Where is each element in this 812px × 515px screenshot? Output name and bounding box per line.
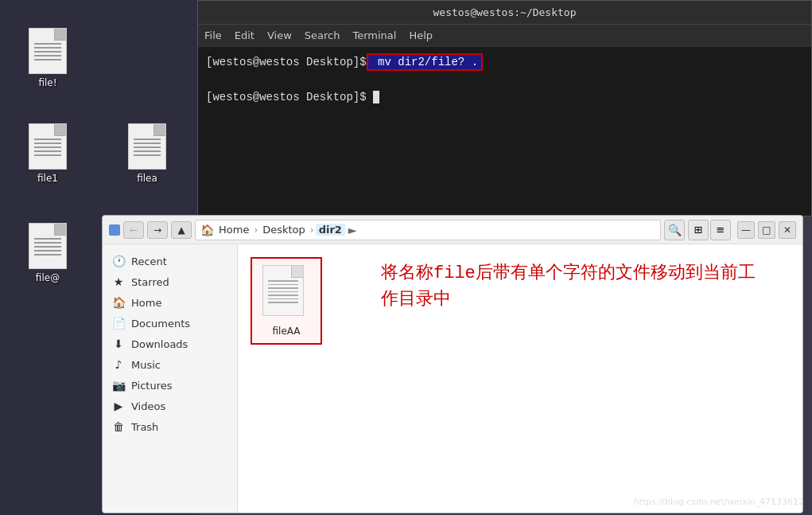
sidebar-label-trash: Trash xyxy=(131,421,158,433)
filea-label: filea xyxy=(137,173,157,184)
menu-help[interactable]: Help xyxy=(409,29,433,41)
sidebar-label-pictures: Pictures xyxy=(131,380,172,392)
fm-view-list[interactable]: ≡ xyxy=(710,220,731,240)
starred-icon: ★ xyxy=(112,275,125,288)
filea-icon xyxy=(128,123,166,170)
pictures-icon: 📷 xyxy=(112,379,125,392)
file-at-label: file@ xyxy=(36,272,60,283)
fm-close-button[interactable]: ✕ xyxy=(779,221,796,239)
sidebar-label-music: Music xyxy=(131,359,161,371)
videos-icon: ▶ xyxy=(112,400,125,412)
fm-bread-sep-1: › xyxy=(254,224,258,236)
fileAA-icon xyxy=(262,265,310,322)
desktop-icon-filea[interactable]: filea xyxy=(115,123,179,184)
desktop-icon-file-exclaim[interactable]: file! xyxy=(16,28,80,88)
file1-label: file1 xyxy=(37,173,58,184)
watermark: https://blog.csdn.net/weixin_47133612 xyxy=(633,497,804,507)
sidebar-label-downloads: Downloads xyxy=(131,338,188,350)
music-icon: ♪ xyxy=(112,358,125,371)
sidebar-label-recent: Recent xyxy=(131,256,167,267)
fm-view-buttons: ⊞ ≡ xyxy=(688,220,731,240)
terminal-cursor xyxy=(373,91,379,103)
fm-bread-home-icon: 🏠 xyxy=(200,224,214,236)
annotation-container: 将名称file后带有单个字符的文件移动到当前工作目录中 xyxy=(381,260,763,311)
terminal-menubar: File Edit View Search Terminal Help xyxy=(198,25,811,47)
fm-nav-back[interactable]: ← xyxy=(123,221,144,239)
sidebar-label-starred: Starred xyxy=(131,276,169,288)
menu-search[interactable]: Search xyxy=(305,29,340,41)
sidebar-label-documents: Documents xyxy=(131,318,190,330)
fm-nav-forward[interactable]: → xyxy=(147,221,168,239)
documents-icon: 📄 xyxy=(112,317,125,330)
fm-bread-sep-2: › xyxy=(310,224,314,236)
menu-edit[interactable]: Edit xyxy=(235,29,254,41)
fm-minimize-button[interactable]: — xyxy=(737,221,755,239)
terminal-prompt-1: [westos@westos Desktop]$ xyxy=(206,56,367,68)
file-exclaim-icon xyxy=(29,28,67,74)
terminal-line-1: [westos@westos Desktop]$ mv dir2/file? . xyxy=(206,53,803,71)
menu-terminal[interactable]: Terminal xyxy=(352,29,396,41)
terminal-cmd-1: mv dir2/file? . xyxy=(367,53,483,71)
fm-bread-home[interactable]: Home xyxy=(216,224,252,236)
file-at-icon xyxy=(29,223,67,269)
sidebar-item-trash[interactable]: 🗑 Trash xyxy=(103,416,237,437)
sidebar-item-recent[interactable]: 🕐 Recent xyxy=(103,251,237,271)
downloads-icon: ⬇ xyxy=(112,337,125,350)
terminal-title: westos@westos:~/Desktop xyxy=(433,6,576,18)
fm-body: 🕐 Recent ★ Starred 🏠 Home 📄 Documents ⬇ … xyxy=(103,244,802,513)
sidebar-item-downloads[interactable]: ⬇ Downloads xyxy=(103,334,237,354)
file-item-fileAA[interactable]: fileAA xyxy=(251,257,322,345)
terminal-body[interactable]: [westos@westos Desktop]$ mv dir2/file? .… xyxy=(198,47,811,112)
sidebar-item-starred[interactable]: ★ Starred xyxy=(103,271,237,292)
fm-toolbar: ← → ▲ 🏠 Home › Desktop › dir2 ► 🔍 ⊞ ≡ — … xyxy=(103,216,802,244)
sidebar-label-home: Home xyxy=(131,297,161,309)
fileAA-label: fileAA xyxy=(272,326,300,337)
fm-bread-dir2[interactable]: dir2 xyxy=(316,224,345,236)
terminal-window: westos@westos:~/Desktop File Edit View S… xyxy=(197,0,812,217)
desktop-icon-file-at[interactable]: file@ xyxy=(16,223,80,283)
terminal-prompt-2: [westos@westos Desktop]$ xyxy=(206,91,367,103)
trash-icon: 🗑 xyxy=(112,420,125,433)
fm-maximize-button[interactable]: □ xyxy=(758,221,775,239)
terminal-line-2: [westos@westos Desktop]$ xyxy=(206,88,803,106)
fm-bread-desktop[interactable]: Desktop xyxy=(259,224,309,236)
fm-view-grid[interactable]: ⊞ xyxy=(688,220,709,240)
menu-file[interactable]: File xyxy=(204,29,222,41)
file-exclaim-label: file! xyxy=(38,77,56,88)
terminal-titlebar: westos@westos:~/Desktop xyxy=(198,1,811,25)
file1-icon xyxy=(29,123,67,170)
recent-icon: 🕐 xyxy=(112,255,125,267)
fm-content: fileAA 将名称file后带有单个字符的文件移动到当前工作目录中 xyxy=(238,244,802,513)
fm-tab-icon xyxy=(109,224,120,236)
sidebar-item-pictures[interactable]: 📷 Pictures xyxy=(103,375,237,396)
sidebar-item-documents[interactable]: 📄 Documents xyxy=(103,313,237,334)
home-icon: 🏠 xyxy=(112,296,125,309)
fm-bread-arrow[interactable]: ► xyxy=(347,224,359,236)
fm-sidebar: 🕐 Recent ★ Starred 🏠 Home 📄 Documents ⬇ … xyxy=(103,244,238,513)
desktop-icon-file1[interactable]: file1 xyxy=(16,123,80,184)
fm-search-button[interactable]: 🔍 xyxy=(664,220,685,240)
sidebar-item-videos[interactable]: ▶ Videos xyxy=(103,396,237,416)
sidebar-label-videos: Videos xyxy=(131,400,165,412)
fm-breadcrumb: 🏠 Home › Desktop › dir2 ► xyxy=(195,220,661,240)
annotation-text: 将名称file后带有单个字符的文件移动到当前工作目录中 xyxy=(381,262,756,308)
menu-view[interactable]: View xyxy=(267,29,292,41)
sidebar-item-home[interactable]: 🏠 Home xyxy=(103,292,237,313)
fm-window-buttons: — □ ✕ xyxy=(737,221,796,239)
fm-nav-up[interactable]: ▲ xyxy=(171,221,192,239)
sidebar-item-music[interactable]: ♪ Music xyxy=(103,354,237,375)
annotation-code: file xyxy=(433,263,476,283)
filemanager-window: ← → ▲ 🏠 Home › Desktop › dir2 ► 🔍 ⊞ ≡ — … xyxy=(102,215,803,513)
